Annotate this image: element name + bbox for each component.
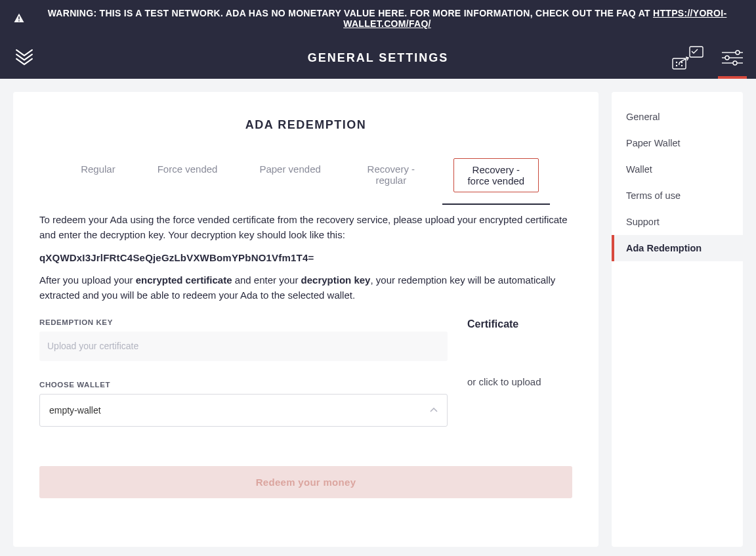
tab-regular[interactable]: Regular bbox=[73, 158, 123, 192]
warning-text: WARNING: THIS IS A TEST NETWORK. ADA HAS… bbox=[32, 8, 743, 29]
redeem-button[interactable]: Redeem your money bbox=[39, 466, 572, 498]
topbar: GENERAL SETTINGS bbox=[0, 37, 756, 79]
svg-rect-1 bbox=[18, 20, 20, 22]
tab-force-vended[interactable]: Force vended bbox=[150, 158, 226, 192]
sidebar-item-wallet[interactable]: Wallet bbox=[612, 156, 743, 182]
tab-recovery-force-vended[interactable]: Recovery - force vended bbox=[453, 158, 539, 192]
sidebar-item-ada-redemption[interactable]: Ada Redemption bbox=[612, 235, 743, 261]
tab-recovery-regular[interactable]: Recovery - regular bbox=[355, 158, 427, 192]
svg-point-13 bbox=[733, 61, 737, 65]
settings-sidebar: General Paper Wallet Wallet Terms of use… bbox=[612, 92, 743, 547]
left-form-col: REDEMPTION KEY CHOOSE WALLET empty-walle… bbox=[39, 318, 448, 427]
svg-rect-2 bbox=[690, 47, 703, 57]
wallet-selected-value: empty-wallet bbox=[49, 405, 101, 416]
redemption-key-input[interactable] bbox=[39, 331, 448, 361]
svg-point-6 bbox=[676, 65, 677, 66]
warning-prefix: WARNING: THIS IS A TEST NETWORK. ADA HAS… bbox=[48, 8, 653, 18]
card-title: ADA REDEMPTION bbox=[39, 118, 572, 132]
main-card: ADA REDEMPTION Regular Force vended Pape… bbox=[13, 92, 598, 547]
sidebar-item-paper-wallet[interactable]: Paper Wallet bbox=[612, 130, 743, 156]
form-row: REDEMPTION KEY CHOOSE WALLET empty-walle… bbox=[39, 318, 572, 427]
app-logo[interactable] bbox=[13, 47, 35, 69]
tab-paper-vended[interactable]: Paper vended bbox=[251, 158, 328, 192]
sidebar-item-support[interactable]: Support bbox=[612, 209, 743, 235]
wallet-select[interactable]: empty-wallet bbox=[39, 394, 448, 427]
svg-point-7 bbox=[681, 65, 682, 66]
certificate-label: Certificate bbox=[467, 318, 572, 330]
desc2-d: decryption key bbox=[301, 274, 371, 286]
upload-hint[interactable]: or click to upload bbox=[467, 376, 572, 387]
desc2-b: encrypted certificate bbox=[136, 274, 232, 286]
svg-point-11 bbox=[736, 51, 740, 54]
warning-banner: WARNING: THIS IS A TEST NETWORK. ADA HAS… bbox=[0, 0, 756, 37]
sidebar-item-terms[interactable]: Terms of use bbox=[612, 182, 743, 209]
settings-icon[interactable] bbox=[722, 49, 743, 67]
wallet-swap-icon[interactable] bbox=[672, 46, 704, 70]
svg-point-4 bbox=[676, 62, 677, 63]
choose-wallet-label: CHOOSE WALLET bbox=[39, 381, 448, 389]
warning-icon bbox=[13, 12, 25, 24]
example-key: qXQWDxI3JrlFRtC4SeQjeGzLbVXWBomYPbNO1Vfm… bbox=[39, 252, 572, 263]
certificate-col: Certificate or click to upload bbox=[467, 318, 572, 427]
page-body: ADA REDEMPTION Regular Force vended Pape… bbox=[0, 79, 756, 556]
page-title: GENERAL SETTINGS bbox=[308, 51, 449, 65]
description-1: To redeem your Ada using the force vende… bbox=[39, 212, 572, 243]
redemption-tabs: Regular Force vended Paper vended Recove… bbox=[39, 158, 572, 192]
topbar-right bbox=[672, 46, 743, 70]
description-2: After you upload your encrypted certific… bbox=[39, 272, 572, 303]
desc2-c: and enter your bbox=[232, 274, 301, 286]
redemption-key-label: REDEMPTION KEY bbox=[39, 318, 448, 326]
desc2-a: After you upload your bbox=[39, 274, 136, 286]
svg-rect-0 bbox=[18, 16, 20, 20]
chevron-up-icon bbox=[430, 408, 438, 413]
sidebar-item-general[interactable]: General bbox=[612, 104, 743, 130]
svg-point-12 bbox=[725, 56, 729, 60]
